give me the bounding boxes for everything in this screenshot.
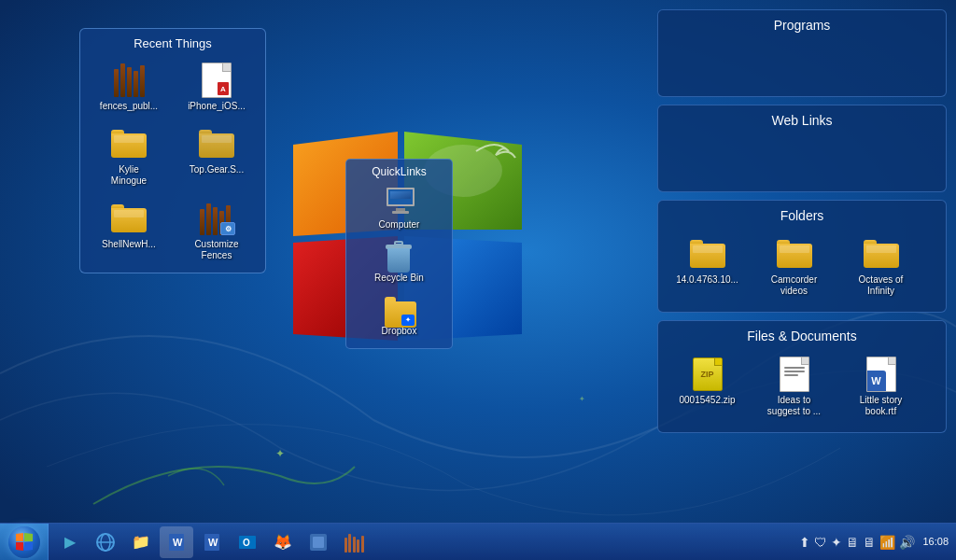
recent-iphone-label: iPhone_iOS... bbox=[188, 101, 246, 112]
recycle-bin-icon bbox=[385, 241, 415, 271]
svg-text:✦: ✦ bbox=[579, 395, 585, 403]
tray-volume-icon[interactable]: 🔊 bbox=[899, 535, 915, 550]
recent-customize[interactable]: ⚙ CustomizeFences bbox=[176, 196, 258, 265]
folder-octaves-icon bbox=[863, 235, 900, 273]
tray-star-icon[interactable]: ✦ bbox=[831, 535, 842, 550]
kylie-folder-icon bbox=[110, 125, 148, 162]
taskbar-ie[interactable] bbox=[89, 526, 122, 558]
quicklinks-dropbox[interactable]: ✦ Dropbox bbox=[352, 289, 446, 341]
customize-fences-icon: ⚙ bbox=[198, 200, 235, 237]
fences-icon bbox=[110, 62, 148, 99]
tray-monitor-icon[interactable]: 🖥 bbox=[846, 535, 859, 550]
folders-content: 14.0.4763.10... Camcordervideos bbox=[668, 228, 936, 304]
quicklinks-recycle[interactable]: Recycle Bin bbox=[352, 236, 446, 287]
svg-text:W: W bbox=[208, 537, 218, 548]
recent-iphone[interactable]: A iPhone_iOS... bbox=[176, 58, 258, 116]
file-zip-label: 00015452.zip bbox=[679, 395, 735, 406]
file-ideas-label: Ideas tosuggest to ... bbox=[767, 395, 821, 417]
folders-panel: Folders 14.0.4763.10... bbox=[657, 200, 947, 313]
tray-shield-icon[interactable]: 🛡 bbox=[814, 535, 827, 550]
recent-kylie-label: KylieMinogue bbox=[111, 164, 147, 187]
programs-title: Programs bbox=[668, 18, 936, 33]
taskbar-word2[interactable]: W bbox=[195, 526, 229, 558]
recent-fences-label: fences_publ... bbox=[100, 101, 158, 112]
file-ideas[interactable]: Ideas tosuggest to ... bbox=[754, 352, 834, 421]
tray-time: 16:08 bbox=[922, 535, 949, 548]
word-doc-icon: W bbox=[863, 356, 900, 393]
recent-kylie[interactable]: KylieMinogue bbox=[88, 121, 170, 190]
programs-panel: Programs bbox=[657, 9, 947, 97]
taskbar: ▶ 📁 W W bbox=[0, 523, 956, 560]
tray-network-icon[interactable]: 📶 bbox=[879, 535, 895, 550]
folder-14[interactable]: 14.0.4763.10... bbox=[668, 231, 747, 301]
taskbar-unknown[interactable] bbox=[302, 526, 335, 558]
files-docs-icons-row: ZIP 00015452.zip bbox=[668, 348, 936, 425]
files-docs-panel: Files & Documents ZIP 00015452.zip bbox=[657, 320, 947, 433]
recent-things-grid: fences_publ... A iPhone_iOS... KylieMino… bbox=[88, 58, 258, 265]
tray-upload-icon[interactable]: ⬆ bbox=[799, 535, 810, 550]
folders-title: Folders bbox=[668, 208, 936, 223]
tray-monitor2-icon[interactable]: 🖥 bbox=[863, 535, 876, 550]
recent-shell-label: ShellNewH... bbox=[102, 239, 156, 250]
taskbar-outlook[interactable]: O bbox=[231, 526, 264, 558]
right-panels: Programs Web Links Folders 14.0.4763.10.… bbox=[657, 9, 947, 433]
quicklinks-computer[interactable]: Computer bbox=[352, 183, 446, 234]
taskbar-media-player[interactable]: ▶ bbox=[53, 526, 87, 558]
recent-fences[interactable]: fences_publ... bbox=[88, 58, 170, 116]
recent-topgear[interactable]: Top.Gear.S... bbox=[176, 121, 258, 190]
quicklinks-recycle-label: Recycle Bin bbox=[374, 273, 424, 283]
taskbar-word1[interactable]: W bbox=[160, 526, 193, 558]
quicklinks-title: QuickLinks bbox=[352, 165, 446, 178]
start-button[interactable] bbox=[0, 524, 49, 561]
dropbox-icon: ✦ bbox=[385, 294, 415, 324]
taskbar-explorer[interactable]: 📁 bbox=[124, 526, 158, 558]
word1-icon: W bbox=[166, 532, 187, 553]
taskbar-tray: ⬆ 🛡 ✦ 🖥 🖥 📶 🔊 16:08 bbox=[792, 535, 956, 550]
svg-text:O: O bbox=[243, 538, 250, 548]
start-windows-icon bbox=[14, 532, 35, 553]
file-word-label: Little storybook.rtf bbox=[860, 395, 903, 417]
files-docs-content: ZIP 00015452.zip bbox=[668, 348, 936, 425]
recent-things-panel: Recent Things fences_publ... A bbox=[79, 28, 266, 273]
folder-14-label: 14.0.4763.10... bbox=[676, 274, 738, 286]
unknown-icon bbox=[308, 532, 329, 553]
file-word[interactable]: W Little storybook.rtf bbox=[841, 352, 921, 421]
web-links-title: Web Links bbox=[668, 113, 936, 128]
file-zip[interactable]: ZIP 00015452.zip bbox=[668, 352, 747, 421]
svg-text:✦: ✦ bbox=[275, 447, 285, 460]
recent-customize-label: CustomizeFences bbox=[194, 239, 238, 261]
start-orb bbox=[8, 526, 40, 558]
topgear-folder-icon bbox=[198, 125, 235, 162]
iphone-doc-icon: A bbox=[198, 62, 235, 99]
quicklinks-computer-label: Computer bbox=[379, 219, 420, 230]
folders-icons-row: 14.0.4763.10... Camcordervideos bbox=[668, 228, 936, 304]
svg-text:W: W bbox=[173, 537, 183, 548]
taskbar-firefox[interactable]: 🦊 bbox=[266, 526, 300, 558]
folder-camcorder-label: Camcordervideos bbox=[771, 274, 817, 297]
web-links-content bbox=[668, 133, 936, 184]
quicklinks-panel: QuickLinks Computer Recycle Bin bbox=[345, 159, 453, 349]
folder-camcorder[interactable]: Camcordervideos bbox=[754, 231, 834, 301]
recent-topgear-label: Top.Gear.S... bbox=[190, 164, 244, 175]
recent-shell[interactable]: ShellNewH... bbox=[88, 196, 170, 265]
shell-folder-icon bbox=[110, 200, 148, 237]
ideas-doc-icon bbox=[776, 356, 813, 393]
folder-camcorder-icon bbox=[776, 235, 813, 273]
outlook-icon: O bbox=[237, 532, 258, 553]
web-links-panel: Web Links bbox=[657, 105, 947, 192]
folder-octaves-label: Octaves ofInfinity bbox=[859, 274, 904, 297]
word2-icon: W bbox=[202, 532, 222, 553]
zip-icon: ZIP bbox=[689, 356, 726, 393]
programs-content bbox=[668, 37, 936, 89]
taskbar-fences[interactable] bbox=[337, 526, 371, 558]
svg-rect-14 bbox=[313, 537, 324, 548]
files-docs-title: Files & Documents bbox=[668, 329, 936, 343]
recent-things-title: Recent Things bbox=[88, 36, 258, 50]
folder-octaves[interactable]: Octaves ofInfinity bbox=[841, 231, 921, 301]
ie-icon bbox=[95, 532, 116, 553]
folder-14-icon bbox=[689, 235, 726, 273]
computer-monitor-icon bbox=[385, 188, 415, 217]
taskbar-items: ▶ 📁 W W bbox=[49, 526, 792, 558]
